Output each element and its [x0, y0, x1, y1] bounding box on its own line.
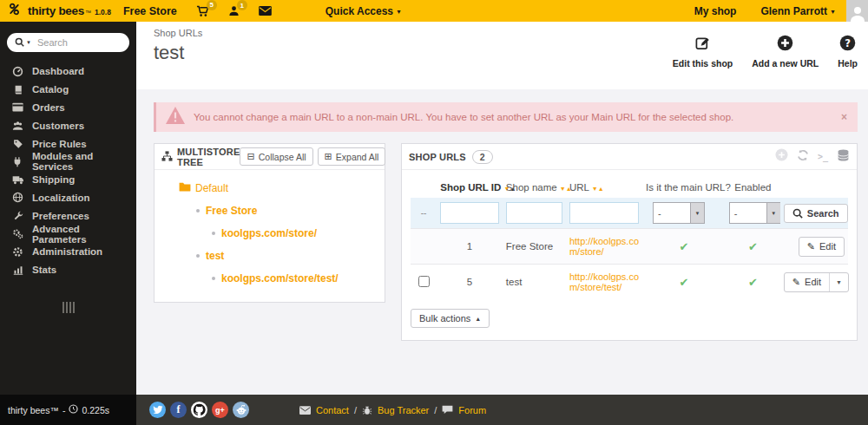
edit-dropdown-toggle[interactable]: ▼ — [829, 273, 848, 291]
pencil-icon: ✎ — [807, 241, 815, 252]
messages-icon[interactable] — [259, 6, 272, 16]
advanced-parameters-icon — [11, 228, 24, 239]
filter-url-input[interactable] — [569, 202, 639, 224]
version: 1.0.8 — [95, 8, 111, 16]
twitter-icon[interactable] — [149, 402, 166, 418]
filter-id-dash: -- — [411, 198, 437, 229]
sidebar-item-stats[interactable]: Stats — [0, 261, 136, 279]
tree-node-default[interactable]: Default — [179, 181, 378, 194]
dashboard-icon — [11, 66, 24, 77]
bullet-icon — [212, 277, 215, 280]
bug-tracker-link[interactable]: Bug Tracker — [378, 405, 429, 415]
github-icon[interactable] — [191, 402, 207, 418]
sidebar-item-advanced-parameters[interactable]: Advanced Parameters — [0, 225, 136, 243]
row-count-badge: 2 — [472, 150, 493, 164]
warning-alert: You cannot change a main URL to a non-ma… — [154, 102, 858, 132]
quick-access-menu[interactable]: Quick Access▼ — [326, 5, 402, 17]
sidebar-item-dashboard[interactable]: Dashboard — [0, 62, 136, 81]
check-icon: ✔ — [748, 276, 758, 289]
edit-row-button[interactable]: ✎Edit — [799, 237, 845, 257]
add-icon — [777, 35, 793, 55]
chevron-down-icon: ▼ — [690, 203, 704, 223]
filter-shop-name-input[interactable] — [506, 202, 562, 224]
sidebar-collapse-handle[interactable] — [59, 302, 78, 313]
multistore-tree-panel: MULTISTORE TREE ⊟Collapse All ⊞Expand Al… — [154, 143, 385, 303]
contact-link[interactable]: Contact — [316, 405, 349, 415]
forum-link[interactable]: Forum — [458, 405, 486, 415]
help-button[interactable]: ? Help — [838, 35, 858, 69]
sidebar-item-price-rules[interactable]: Price Rules — [0, 134, 136, 153]
sidebar-item-orders[interactable]: Orders — [0, 99, 136, 117]
bullet-icon — [212, 232, 215, 235]
sidebar-menu: Dashboard Catalog Orders Customers Price… — [0, 62, 136, 279]
sidebar-item-modules[interactable]: Modules and Services — [0, 153, 136, 171]
search-input[interactable] — [37, 37, 115, 48]
collapse-icon: ⊟ — [247, 151, 254, 162]
bee-logo-icon[interactable] — [7, 2, 22, 20]
tree-node-url[interactable]: koolgps.com/store/ — [212, 227, 378, 239]
social-links: f g+ — [149, 402, 249, 418]
my-shop-link[interactable]: My shop — [694, 5, 737, 17]
avatar[interactable] — [846, 0, 868, 22]
help-icon: ? — [839, 35, 856, 55]
alert-message: You cannot change a main URL to a non-ma… — [194, 112, 733, 122]
reddit-icon[interactable] — [233, 402, 249, 418]
refresh-icon[interactable] — [797, 149, 809, 165]
sidebar-item-administration[interactable]: Administration — [0, 243, 136, 261]
customers-notification-icon[interactable]: 1 — [228, 5, 240, 16]
brand[interactable]: thirty bees™ 1.0.8 — [28, 4, 111, 17]
shop-url-link[interactable]: http://koolgps.com/store/test/ — [569, 271, 649, 292]
sidebar-item-localization[interactable]: Localization — [0, 189, 136, 207]
footer: thirty bees™ - 0.225s f g+ Contact / Bug… — [0, 395, 868, 425]
sidebar: ▼ Dashboard Catalog Orders Customers — [0, 22, 136, 395]
user-menu[interactable]: Glenn Parrott▼ — [760, 5, 836, 17]
add-new-url-button[interactable]: Add a new URL — [752, 35, 819, 69]
shop-url-link[interactable]: http://koolgps.com/store/ — [569, 236, 649, 257]
filter-id-input[interactable] — [440, 202, 499, 224]
expand-all-button[interactable]: ⊞Expand All — [318, 147, 386, 166]
sort-desc-icon[interactable]: ▼ — [592, 186, 598, 192]
bulk-actions-button[interactable]: Bulk actions▲ — [411, 309, 490, 328]
cell-shop-name: test — [503, 265, 566, 300]
edit-this-shop-button[interactable]: Edit this shop — [673, 35, 733, 69]
row-checkbox[interactable] — [418, 276, 430, 287]
tree-panel-title: MULTISTORE TREE — [177, 147, 240, 167]
terminal-icon[interactable]: >_ — [818, 152, 828, 161]
add-row-icon[interactable] — [775, 148, 788, 165]
close-icon[interactable]: × — [841, 111, 847, 123]
shop-urls-panel: SHOP URLS 2 >_ — [401, 143, 858, 341]
database-icon[interactable] — [837, 149, 850, 165]
filter-main-url-select[interactable]: -▼ — [653, 202, 705, 224]
search-button[interactable]: Search — [784, 204, 848, 223]
topbar: thirty bees™ 1.0.8 Free Store 5 1 Quick … — [0, 0, 868, 22]
tree-node-shop[interactable]: Free Store — [196, 205, 378, 217]
sidebar-item-catalog[interactable]: Catalog — [0, 81, 136, 99]
thirty-bees-admin: thirty bees™ 1.0.8 Free Store 5 1 Quick … — [0, 0, 868, 425]
filter-enabled-select[interactable]: -▼ — [729, 202, 781, 224]
googleplus-icon[interactable]: g+ — [212, 402, 228, 418]
folder-icon — [179, 181, 191, 194]
expand-icon: ⊞ — [325, 151, 332, 162]
tree-node-shop[interactable]: test — [196, 250, 378, 262]
sidebar-item-shipping[interactable]: Shipping — [0, 171, 136, 189]
trademark: ™ — [85, 10, 91, 16]
tree-node-url[interactable]: koolgps.com/store/test/ — [212, 272, 378, 284]
topbar-shop-name[interactable]: Free Store — [123, 5, 177, 17]
stats-icon — [11, 265, 24, 275]
bullet-icon — [196, 254, 200, 258]
collapse-all-button[interactable]: ⊟Collapse All — [240, 147, 312, 166]
col-shop-url-id: Shop URL ID — [440, 182, 501, 193]
edit-row-button[interactable]: ✎Edit — [785, 273, 829, 291]
sidebar-item-preferences[interactable]: Preferences — [0, 206, 136, 225]
sidebar-search[interactable]: ▼ — [7, 33, 129, 52]
facebook-icon[interactable]: f — [170, 402, 187, 418]
cart-icon[interactable]: 5 — [196, 5, 209, 17]
sort-asc-icon[interactable]: ▲ — [598, 186, 604, 192]
table-header-row: Shop URL ID ▼▲ Shop name ▼▲ URL ▼▲ Is it… — [411, 175, 848, 198]
caret-up-icon: ▲ — [475, 316, 481, 322]
col-main-url: Is it the main URL? — [642, 175, 726, 198]
page-title: test — [154, 42, 202, 64]
sort-desc-icon[interactable]: ▼ — [560, 186, 566, 192]
sidebar-item-customers[interactable]: Customers — [0, 116, 136, 134]
orders-icon — [11, 102, 24, 112]
